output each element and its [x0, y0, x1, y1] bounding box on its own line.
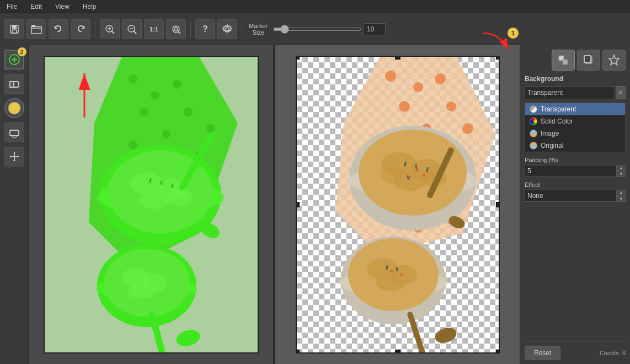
- svg-rect-4: [31, 25, 35, 27]
- svg-point-101: [400, 274, 403, 276]
- selection-handle-bl[interactable]: [296, 350, 300, 354]
- svg-line-11: [134, 31, 136, 34]
- svg-rect-20: [10, 82, 14, 87]
- svg-rect-108: [563, 60, 568, 65]
- undo-button[interactable]: [49, 19, 68, 39]
- svg-point-63: [435, 73, 446, 84]
- redo-button[interactable]: [71, 19, 90, 39]
- background-options-list: Transparent Solid Color Image Original: [525, 103, 626, 152]
- padding-label: Padding (%): [525, 157, 626, 163]
- menu-edit[interactable]: Edit: [28, 2, 44, 12]
- canvas-area: [29, 45, 520, 364]
- original-color-dot: [530, 142, 537, 149]
- marker-size-slider[interactable]: [273, 28, 361, 31]
- svg-point-90: [408, 176, 411, 179]
- help-button[interactable]: ?: [195, 19, 215, 39]
- add-tool[interactable]: 2: [4, 50, 24, 69]
- toolbar: 1:1 ? MarkerSize: [0, 13, 630, 45]
- settings-button[interactable]: [217, 19, 237, 39]
- toolbar-separator-2: [190, 21, 191, 38]
- effect-label: Effect: [525, 181, 626, 188]
- padding-spin-down[interactable]: ▼: [617, 171, 626, 177]
- selection-handle-ml[interactable]: [296, 202, 300, 207]
- padding-input-row: ▲ ▼: [525, 165, 626, 177]
- bg-option-transparent[interactable]: Transparent: [525, 103, 625, 115]
- svg-rect-2: [12, 30, 17, 33]
- menu-file[interactable]: File: [4, 2, 19, 12]
- selection-handle-tr[interactable]: [496, 56, 500, 60]
- effect-select[interactable]: None Blur Shadow: [525, 190, 617, 202]
- selection-handle-tl[interactable]: [296, 56, 300, 60]
- svg-point-105: [433, 325, 458, 345]
- svg-rect-1: [12, 25, 17, 29]
- svg-point-100: [390, 270, 393, 272]
- background-dropdown-close[interactable]: ✕: [616, 86, 626, 99]
- panel-icon-row: 1: [525, 50, 626, 71]
- effect-field-row: Effect None Blur Shadow ▲ ▼: [525, 181, 626, 202]
- svg-rect-3: [31, 26, 41, 34]
- selection-handle-bm[interactable]: [395, 350, 401, 354]
- svg-line-8: [111, 31, 114, 34]
- star-panel-btn[interactable]: [602, 50, 626, 71]
- svg-point-97: [376, 275, 405, 291]
- zoom-out-button[interactable]: [122, 19, 142, 39]
- bg-option-image[interactable]: Image: [525, 127, 625, 140]
- marker-size-control: MarkerSize: [249, 23, 386, 36]
- menubar: File Edit View Help: [0, 0, 630, 13]
- layers-panel-btn[interactable]: [552, 50, 575, 71]
- left-toolbar: 2: [0, 45, 29, 364]
- brush-tool[interactable]: [4, 122, 24, 142]
- padding-field-row: Padding (%) ▲ ▼: [525, 157, 626, 177]
- selection-handle-br[interactable]: [496, 350, 500, 354]
- svg-rect-111: [584, 56, 591, 62]
- selection-handle-mr[interactable]: [496, 202, 500, 207]
- svg-point-61: [385, 71, 396, 82]
- eraser-tool[interactable]: [4, 74, 24, 94]
- svg-rect-58: [45, 57, 259, 354]
- background-dropdown[interactable]: Transparent Solid Color Image Original: [525, 86, 615, 99]
- right-panel: 1: [520, 45, 630, 364]
- menu-help[interactable]: Help: [81, 2, 99, 12]
- effect-spin-down[interactable]: ▼: [617, 196, 626, 202]
- svg-point-89: [415, 168, 419, 172]
- menu-view[interactable]: View: [53, 2, 72, 12]
- effect-input-row: None Blur Shadow ▲ ▼: [525, 190, 626, 202]
- svg-point-65: [446, 101, 456, 111]
- padding-spin-up[interactable]: ▲: [617, 165, 626, 171]
- svg-line-14: [178, 31, 180, 34]
- left-canvas-panel[interactable]: [29, 45, 273, 364]
- main-area: 2: [0, 45, 630, 364]
- transparent-color-dot: [530, 105, 537, 113]
- bg-option-solid-color[interactable]: Solid Color: [525, 115, 625, 127]
- svg-point-15: [226, 28, 229, 31]
- color-picker-tool[interactable]: [4, 98, 24, 118]
- svg-point-13: [174, 28, 178, 31]
- move-tool[interactable]: [4, 147, 24, 167]
- svg-point-21: [8, 102, 20, 114]
- reset-button[interactable]: Reset: [525, 346, 560, 360]
- svg-point-84: [381, 167, 405, 184]
- svg-point-66: [462, 123, 473, 134]
- credits-text: Credits: 6: [600, 350, 626, 356]
- open-button[interactable]: [26, 19, 46, 39]
- right-canvas-panel[interactable]: [275, 45, 520, 364]
- marker-size-label: MarkerSize: [249, 23, 268, 36]
- right-image: [296, 56, 500, 354]
- zoom-fit-button[interactable]: [166, 19, 186, 39]
- effect-spin-up[interactable]: ▲: [617, 190, 626, 196]
- save-button[interactable]: [4, 19, 24, 39]
- copy-panel-btn[interactable]: [577, 50, 600, 71]
- marker-size-input[interactable]: [364, 23, 386, 35]
- background-section-title: Background: [525, 75, 626, 83]
- bg-option-original[interactable]: Original: [525, 140, 625, 152]
- reset-bar: Reset Credits: 6: [525, 341, 626, 360]
- padding-spinner: ▲ ▼: [617, 165, 626, 177]
- add-tool-badge: 2: [18, 47, 26, 56]
- svg-rect-22: [10, 130, 19, 136]
- padding-input[interactable]: [525, 165, 617, 177]
- toolbar-separator-3: [242, 21, 242, 38]
- zoom-in-button[interactable]: [100, 19, 120, 39]
- zoom-reset-button[interactable]: 1:1: [144, 19, 164, 39]
- image-color-dot: [530, 130, 537, 137]
- selection-handle-tm[interactable]: [395, 56, 401, 60]
